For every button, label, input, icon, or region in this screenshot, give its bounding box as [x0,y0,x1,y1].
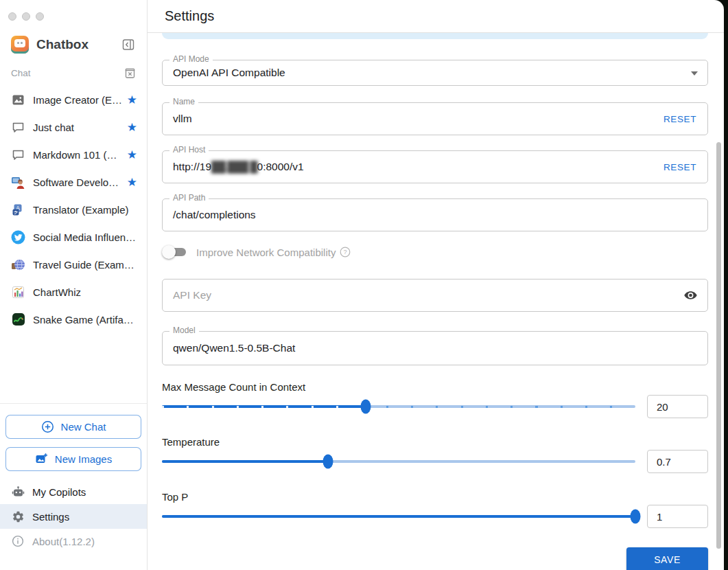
window-controls [8,12,147,21]
max-message-count-row: 20 [162,393,708,420]
temperature-label: Temperature [162,436,708,448]
temperature-slider[interactable] [162,460,635,463]
chat-item-label: Snake Game (Artifact E… [33,314,137,326]
model-label: Model [169,326,199,336]
network-compatibility-label: Improve Network Compatibility [196,247,336,258]
max-message-count-value[interactable]: 20 [647,395,708,418]
image-icon [11,93,25,107]
travel-globe-icon [11,258,25,272]
star-icon[interactable]: ★ [127,176,137,188]
fullscreen-window-button[interactable] [36,12,44,21]
chat-item-snake-game[interactable]: Snake Game (Artifact E… [0,306,147,333]
api-mode-label: API Mode [169,54,213,65]
brand-row: Chatbox [11,36,136,54]
save-button[interactable]: SAVE [626,547,708,570]
star-icon[interactable]: ★ [127,122,137,133]
chart-emoji-icon [11,285,25,299]
model-field[interactable]: Model qwen/Qwen1.5-0.5B-Chat [162,331,708,365]
sidebar-divider [0,403,147,404]
chat-bubble-icon [11,120,25,135]
chat-item-translator[interactable]: A Translator (Example) [0,196,147,223]
chat-item-label: ChartWhiz [33,286,137,298]
plus-circle-icon [41,420,54,433]
svg-text:?: ? [344,249,347,255]
top-p-slider[interactable] [162,515,635,518]
name-label: Name [169,97,198,107]
name-reset-button[interactable]: RESET [664,114,696,124]
collapse-sidebar-icon[interactable] [121,37,136,52]
save-row: SAVE [162,547,708,570]
chat-item-label: Markdown 101 (Ex… [33,149,123,161]
temperature-row: 0.7 [162,448,708,475]
settings-label: Settings [32,511,69,523]
gear-icon [11,510,25,523]
temperature-value[interactable]: 0.7 [647,450,708,473]
chat-item-label: Translator (Example) [33,204,137,216]
settings-form: API Mode OpenAI API Compatible Name vllm… [148,33,724,570]
api-key-field [162,279,708,312]
star-icon[interactable]: ★ [127,149,137,161]
api-host-field[interactable]: API Host http://19██.███ █0:8000/v1 RESE… [162,150,708,183]
chat-item-label: Software Develop… [33,176,123,188]
scrolled-tab-strip [162,33,708,39]
api-path-value: /chat/completions [163,209,256,221]
max-message-count-label: Max Message Count in Context [162,381,708,393]
chat-item-label: Social Media Influencer … [33,231,137,243]
chat-item-travel-guide[interactable]: Travel Guide (Example) [0,251,147,278]
snake-game-icon [11,312,25,327]
minimize-window-button[interactable] [22,12,30,21]
api-path-field[interactable]: API Path /chat/completions [162,198,708,231]
model-value: qwen/Qwen1.5-0.5B-Chat [163,342,295,354]
api-path-label: API Path [169,193,209,203]
clear-chats-icon[interactable] [124,67,136,79]
chat-section-label: Chat [11,68,124,78]
chat-item-just-chat[interactable]: Just chat ★ [0,113,147,141]
new-chat-label: New Chat [61,421,106,433]
scrollbar[interactable] [716,142,721,549]
new-images-button[interactable]: New Images [5,447,141,471]
translator-emoji-icon: A [11,203,25,217]
sidebar-item-my-copilots[interactable]: My Copilots [0,479,147,504]
help-icon[interactable]: ? [340,247,351,258]
chevron-down-icon [691,71,698,76]
chat-bubble-icon [11,148,25,162]
chat-item-markdown-101[interactable]: Markdown 101 (Ex… ★ [0,141,147,168]
page-title: Settings [165,8,214,24]
chat-item-label: Travel Guide (Example) [33,259,137,271]
sidebar-item-about[interactable]: About(1.12.2) [0,529,147,554]
api-key-input[interactable] [163,289,707,301]
top-p-value[interactable]: 1 [647,505,708,528]
api-host-reset-button[interactable]: RESET [664,162,696,172]
network-compatibility-row: Improve Network Compatibility ? [162,245,708,259]
chat-list: Image Creator (Ex… ★ Just chat ★ Markdow… [0,86,147,333]
max-message-count-slider[interactable] [162,405,635,408]
api-mode-select[interactable]: API Mode OpenAI API Compatible [162,60,708,86]
name-field[interactable]: Name vllm RESET [162,102,708,135]
chat-item-software-developer[interactable]: Software Develop… ★ [0,168,147,196]
slider-thumb[interactable] [631,510,641,524]
developer-emoji-icon [11,175,25,190]
show-password-eye-icon[interactable] [683,288,698,303]
redacted-text: ██.███ █ [211,161,257,172]
slider-thumb[interactable] [360,400,371,414]
new-chat-button[interactable]: New Chat [5,415,141,439]
name-value: vllm [163,113,192,125]
top-p-row: 1 [162,503,708,530]
twitter-icon [11,230,25,244]
new-images-label: New Images [55,453,112,465]
chat-item-chartwhiz[interactable]: ChartWhiz [0,278,147,306]
settings-window: Chatbox Chat Image Creator (Ex… ★ [0,0,724,570]
api-host-label: API Host [169,145,209,155]
chat-item-label: Just chat [33,122,123,133]
api-mode-value: OpenAI API Compatible [163,67,285,79]
chat-item-image-creator[interactable]: Image Creator (Ex… ★ [0,86,147,113]
chat-section-header: Chat [11,67,136,79]
sidebar-item-settings[interactable]: Settings [0,504,147,529]
close-window-button[interactable] [8,12,16,21]
about-label: About(1.12.2) [32,536,95,547]
chat-item-social-media-influencer[interactable]: Social Media Influencer … [0,223,147,251]
my-copilots-label: My Copilots [32,486,86,498]
network-compatibility-toggle[interactable] [162,245,188,259]
slider-thumb[interactable] [322,455,333,469]
star-icon[interactable]: ★ [127,94,137,106]
